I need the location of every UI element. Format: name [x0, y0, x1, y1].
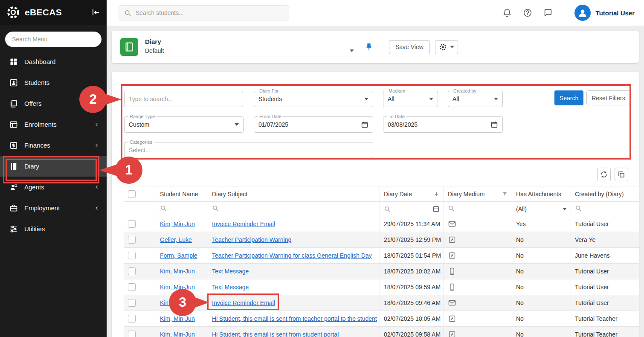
pin-view-icon[interactable]	[364, 42, 374, 52]
student-search-input[interactable]	[136, 9, 284, 16]
chevron-left-icon	[94, 184, 100, 190]
header-diary-date[interactable]: Diary Date	[380, 186, 444, 202]
agents-icon	[9, 183, 18, 192]
sidebar-item-students[interactable]: Students	[0, 72, 107, 93]
header-label: Has Attachments	[516, 191, 561, 198]
range-type-select[interactable]: Range Type Custom	[124, 116, 244, 133]
row-checkbox[interactable]	[128, 236, 136, 244]
row-checkbox[interactable]	[128, 315, 136, 322]
sidebar-item-enrolments[interactable]: Enrolments	[0, 114, 107, 135]
user-avatar[interactable]	[574, 5, 591, 21]
reset-filters-button[interactable]: Reset Filters	[586, 90, 630, 105]
chevron-left-icon	[94, 142, 100, 148]
filter-search-field[interactable]	[124, 91, 243, 107]
filter-search-input[interactable]	[129, 96, 238, 102]
row-checkbox[interactable]	[128, 299, 136, 307]
sidebar-item-label: Offers	[24, 100, 100, 107]
student-name-link[interactable]: Kim, Min-Jun	[160, 221, 195, 227]
student-name-link[interactable]: Kim, Min-Jun	[160, 315, 195, 322]
diary-date-cell: 02/07/2025 10:05 AM	[380, 311, 444, 327]
save-view-button[interactable]: Save View	[389, 40, 430, 54]
diary-subject-link[interactable]: Text Message	[212, 284, 249, 291]
table-filter-row: (All)	[124, 202, 639, 216]
header-created-by[interactable]: Created by (Diary)	[571, 186, 639, 202]
sidebar-item-utilities[interactable]: Utilities	[0, 218, 107, 239]
filter-student-name-cell[interactable]	[156, 202, 208, 216]
collapse-sidebar-icon[interactable]	[90, 7, 101, 17]
student-name-link[interactable]: Kim, Min-Jun	[160, 284, 195, 291]
student-name-link[interactable]: Kim, Min-Jun	[160, 331, 195, 337]
view-select[interactable]: Default	[145, 45, 355, 56]
diary-subject-link[interactable]: Hi Student, this email is sent from teac…	[212, 315, 377, 322]
filter-diary-subject-cell[interactable]	[208, 202, 380, 216]
sidebar-search-input[interactable]	[5, 32, 102, 47]
sidebar-item-offers[interactable]: Offers	[0, 93, 107, 114]
chevron-down-icon	[429, 98, 433, 100]
header-student-name[interactable]: Student Name	[156, 186, 208, 202]
sidebar-item-employment[interactable]: Employment	[0, 198, 107, 218]
help-icon[interactable]	[523, 8, 532, 17]
filter-diary-medium-cell[interactable]	[444, 202, 512, 216]
sidebar-item-label: Enrolments	[24, 121, 87, 128]
sidebar-item-dashboard[interactable]: Dashboard	[0, 51, 107, 72]
filter-has-attachments-cell[interactable]: (All)	[512, 202, 571, 216]
header-diary-subject[interactable]: Diary Subject	[208, 186, 380, 202]
student-name-link[interactable]: Kim, Min-Jun	[160, 268, 195, 275]
diary-subject-link[interactable]: Invoice Reminder Email	[212, 221, 275, 227]
topbar: Tutorial User	[107, 0, 644, 26]
header-has-attachments[interactable]: Has Attachments	[512, 186, 571, 202]
student-name-link[interactable]: Kim, Min-Jun	[160, 299, 195, 306]
header-diary-medium[interactable]: Diary Medium	[444, 186, 512, 202]
field-value: All	[388, 96, 429, 102]
row-checkbox[interactable]	[128, 252, 136, 259]
header-label: Student Name	[160, 191, 198, 198]
refresh-button[interactable]	[597, 168, 611, 181]
created-by-cell: Tutorial User	[571, 264, 639, 279]
field-value: 03/08/2025	[388, 121, 487, 128]
filter-created-by-cell[interactable]	[571, 202, 639, 216]
filter-funnel-icon[interactable]	[502, 191, 508, 197]
categories-select[interactable]: Categories Select...	[124, 142, 373, 158]
row-checkbox[interactable]	[128, 220, 136, 228]
sidebar-item-label: Finances	[24, 142, 87, 149]
diary-subject-link[interactable]: Teacher Participation Warning for class …	[212, 252, 372, 259]
calendar-icon[interactable]	[361, 121, 368, 128]
chat-icon[interactable]	[543, 8, 553, 17]
header-select-all[interactable]	[124, 186, 156, 202]
student-search-box[interactable]	[119, 5, 289, 20]
diary-subject-link[interactable]: Invoice Reminder Email	[212, 299, 275, 306]
email-medium-icon	[448, 220, 456, 228]
chevron-down-icon	[235, 123, 239, 126]
diary-for-select[interactable]: Diary For Students	[254, 91, 373, 107]
sidebar-item-finances[interactable]: Finances	[0, 135, 107, 156]
student-name-link[interactable]: Form, Sample	[160, 252, 197, 259]
view-settings-button[interactable]	[435, 40, 458, 54]
to-date-field[interactable]: To Date 03/08/2025	[383, 116, 503, 133]
field-value: Students	[258, 96, 364, 102]
diary-table: Student Name Diary Subject Diary Date Di…	[124, 186, 639, 337]
diary-subject-link[interactable]: Hi Student, this email is sent from stud…	[212, 331, 339, 337]
sidebar-item-diary[interactable]: Diary	[0, 156, 107, 177]
select-all-checkbox[interactable]	[128, 190, 136, 198]
diary-module-icon	[120, 38, 138, 56]
created-by-select[interactable]: Created by All	[448, 91, 503, 107]
diary-subject-link[interactable]: Text Message	[212, 268, 249, 275]
field-label: Categories	[128, 139, 154, 145]
copy-grid-button[interactable]	[615, 168, 628, 181]
diary-subject-link[interactable]: Teacher Participation Warning	[212, 236, 291, 243]
search-button[interactable]: Search	[554, 90, 583, 105]
calendar-icon[interactable]	[432, 205, 440, 212]
student-name-link[interactable]: Geller, Luke	[160, 236, 192, 243]
row-checkbox[interactable]	[128, 331, 136, 337]
calendar-icon[interactable]	[490, 121, 498, 128]
medium-select[interactable]: Medium All	[383, 91, 438, 107]
filter-diary-date-cell[interactable]	[380, 202, 444, 216]
row-checkbox[interactable]	[128, 283, 136, 291]
sort-descending-icon[interactable]	[433, 191, 440, 197]
row-checkbox[interactable]	[128, 267, 136, 275]
notifications-icon[interactable]	[502, 8, 512, 17]
from-date-field[interactable]: From Date 01/07/2025	[254, 116, 373, 133]
user-menu[interactable]: Tutorial User	[564, 0, 644, 26]
sidebar-item-agents[interactable]: Agents	[0, 177, 107, 198]
table-row: Form, Sample Teacher Participation Warni…	[124, 248, 639, 264]
